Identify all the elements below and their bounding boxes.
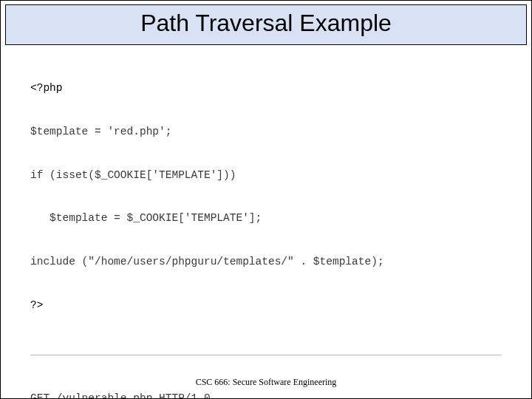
code-line: $template = 'red.php'; <box>30 125 502 140</box>
code-line: <?php <box>30 81 502 96</box>
code-line: GET /vulnerable.php HTTP/1.0 <box>30 392 502 399</box>
php-code-block: <?php $template = 'red.php'; if (isset($… <box>30 52 502 341</box>
code-line: $template = $_COOKIE['TEMPLATE']; <box>30 211 502 226</box>
divider <box>30 355 502 355</box>
code-line: include ("/home/users/phpguru/templates/… <box>30 255 502 270</box>
code-line: ?> <box>30 299 502 313</box>
slide-content: <?php $template = 'red.php'; if (isset($… <box>1 45 531 399</box>
slide-footer: CSC 666: Secure Software Engineering <box>1 377 531 388</box>
code-line: if (isset($_COOKIE['TEMPLATE'])) <box>30 168 502 183</box>
slide-title: Path Traversal Example <box>6 10 526 37</box>
slide-title-bar: Path Traversal Example <box>5 4 527 45</box>
